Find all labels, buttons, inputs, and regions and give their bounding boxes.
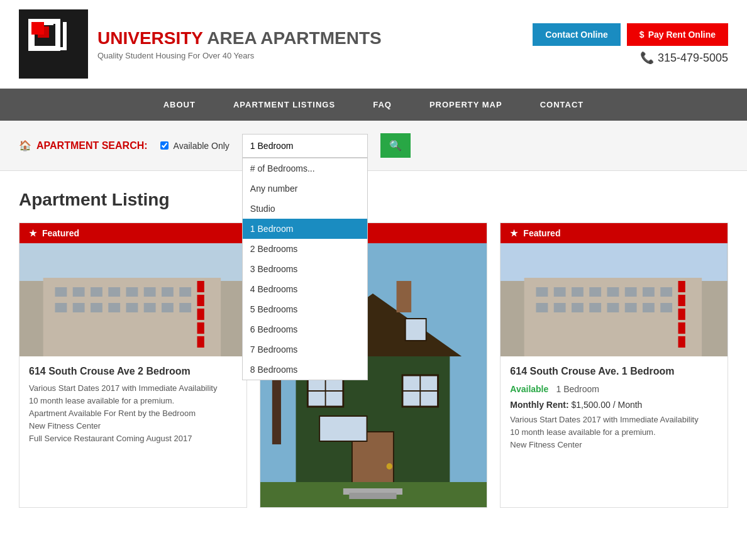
dropdown-item-3bed[interactable]: 3 Bedrooms (243, 259, 367, 279)
svg-rect-48 (396, 281, 411, 312)
svg-rect-20 (126, 303, 138, 312)
svg-rect-44 (405, 319, 426, 341)
bedroom-dropdown: # of Bedrooms... Any number Studio 1 Bed… (242, 158, 368, 380)
listing-detail-1-3: New Fitness Center (29, 421, 237, 431)
nav-listings[interactable]: APARTMENT LISTINGS (227, 89, 341, 121)
pay-rent-label: Pay Rent Online (648, 30, 716, 40)
dropdown-item-5bed[interactable]: 5 Bedrooms (243, 299, 367, 319)
header: UNIVERSITY AREA APARTMENTS Quality Stude… (0, 0, 747, 89)
listing-title-1: 614 South Crouse Ave 2 Bedroom (29, 366, 237, 377)
main-nav: ABOUT APARTMENT LISTINGS FAQ PROPERTY MA… (0, 89, 747, 121)
svg-rect-64 (607, 303, 619, 312)
svg-rect-52 (536, 287, 548, 297)
nav-about[interactable]: ABOUT (157, 89, 202, 121)
svg-rect-19 (108, 303, 120, 312)
listing-title-3: 614 South Crouse Ave. 1 Bedroom (510, 366, 718, 377)
svg-rect-15 (179, 287, 191, 297)
svg-rect-47 (349, 493, 396, 499)
svg-rect-55 (590, 287, 602, 297)
listing-detail-1-4: Full Service Restaurant Coming August 20… (29, 434, 237, 443)
svg-rect-22 (162, 303, 174, 312)
search-button[interactable]: 🔍 (380, 133, 411, 158)
featured-badge-1: ★ Featured (19, 223, 246, 243)
svg-rect-63 (590, 303, 602, 312)
dropdown-item-placeholder[interactable]: # of Bedrooms... (243, 158, 367, 178)
svg-rect-42 (319, 416, 367, 441)
contact-online-button[interactable]: Contact Online (533, 23, 621, 46)
listing-rent-3: Monthly Rent: $1,500.00 / Month (510, 400, 718, 410)
svg-rect-57 (625, 287, 637, 297)
svg-rect-62 (572, 303, 584, 312)
nav-map[interactable]: PROPERTY MAP (423, 89, 509, 121)
svg-rect-13 (144, 287, 156, 297)
svg-rect-61 (554, 303, 566, 312)
nav-faq[interactable]: FAQ (367, 89, 398, 121)
featured-label-1: Featured (42, 228, 79, 238)
page-title: Apartment Listing (19, 190, 728, 210)
svg-point-41 (386, 463, 392, 469)
available-only-label[interactable]: Available Only (160, 141, 230, 151)
main-content: Apartment Listing ★ Featured (0, 171, 747, 527)
svg-rect-23 (179, 303, 191, 312)
dropdown-item-8bed[interactable]: 8 Bedrooms (243, 360, 367, 380)
svg-rect-12 (126, 287, 138, 297)
listing-detail-1-1: 10 month lease available for a premium. (29, 396, 237, 405)
listing-detail-1-2: Apartment Available For Rent by the Bedr… (29, 409, 237, 418)
building-img-3 (501, 243, 728, 356)
building-img-1 (19, 243, 246, 356)
featured-label-3: Featured (523, 228, 560, 238)
listings-grid: ★ Featured (19, 222, 728, 508)
svg-rect-21 (144, 303, 156, 312)
svg-rect-1 (31, 22, 35, 50)
rent-label-3: Monthly Rent: (510, 400, 568, 410)
svg-rect-66 (643, 303, 655, 312)
listing-card-1: ★ Featured (19, 222, 247, 508)
logo-area: UNIVERSITY AREA APARTMENTS Quality Stude… (19, 9, 382, 79)
star-icon-3: ★ (510, 228, 518, 238)
svg-rect-18 (91, 303, 102, 312)
svg-rect-2 (31, 47, 63, 50)
svg-rect-70 (678, 309, 685, 320)
dropdown-item-4bed[interactable]: 4 Bedrooms (243, 279, 367, 299)
bedroom-select[interactable]: 1 Bedroom (242, 134, 368, 158)
svg-rect-11 (108, 287, 120, 297)
dropdown-item-1bed[interactable]: 1 Bedroom (243, 219, 367, 239)
logo-icon (28, 19, 79, 69)
svg-rect-26 (197, 309, 204, 320)
listing-detail-3-1: 10 month lease available for a premium. (510, 427, 718, 437)
dropdown-item-studio[interactable]: Studio (243, 199, 367, 219)
svg-rect-27 (197, 322, 204, 334)
svg-rect-28 (197, 336, 204, 348)
listing-image-3 (501, 243, 728, 356)
svg-rect-50 (501, 243, 728, 281)
listing-info-3: 614 South Crouse Ave. 1 Bedroom Availabl… (501, 356, 728, 462)
svg-rect-60 (536, 303, 548, 312)
header-buttons: Contact Online $ Pay Rent Online (533, 23, 728, 46)
dropdown-item-6bed[interactable]: 6 Bedrooms (243, 319, 367, 339)
title-rest: AREA APARTMENTS (203, 28, 382, 48)
nav-contact[interactable]: CONTACT (534, 89, 590, 121)
phone-number: 📞 315-479-5005 (533, 51, 728, 65)
listing-detail-3-0: Various Start Dates 2017 with Immediate … (510, 415, 718, 424)
header-right: Contact Online $ Pay Rent Online 📞 315-4… (533, 23, 728, 65)
svg-rect-4 (63, 22, 67, 50)
svg-rect-6 (19, 243, 246, 281)
available-only-text: Available Only (174, 141, 230, 151)
search-bar: 🏠 APARTMENT SEARCH: Available Only 1 Bed… (0, 121, 747, 171)
dropdown-item-2bed[interactable]: 2 Bedrooms (243, 239, 367, 259)
star-icon-1: ★ (29, 228, 37, 238)
svg-rect-8 (55, 287, 67, 297)
search-label: 🏠 APARTMENT SEARCH: (19, 140, 148, 151)
site-branding: UNIVERSITY AREA APARTMENTS Quality Stude… (97, 28, 382, 60)
listing-detail-1-0: Various Start Dates 2017 with Immediate … (29, 383, 237, 393)
pay-rent-button[interactable]: $ Pay Rent Online (627, 23, 728, 46)
dropdown-item-7bed[interactable]: 7 Bedrooms (243, 339, 367, 360)
svg-rect-25 (197, 295, 204, 306)
svg-rect-67 (661, 303, 673, 312)
dropdown-item-any[interactable]: Any number (243, 178, 367, 199)
svg-rect-10 (91, 287, 102, 297)
listing-bedrooms-3: 1 Bedroom (551, 384, 599, 394)
listing-status-3: Available (510, 384, 548, 394)
svg-rect-65 (625, 303, 637, 312)
available-only-checkbox[interactable] (160, 141, 169, 150)
